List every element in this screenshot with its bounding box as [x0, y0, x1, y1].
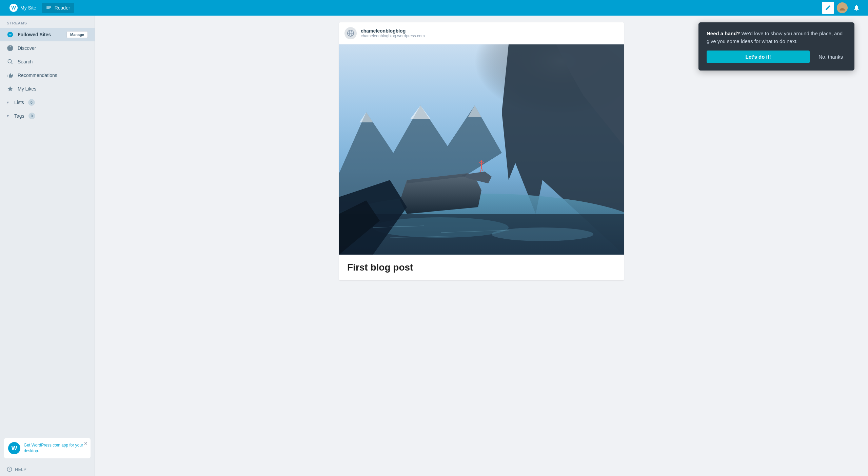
- bell-icon: [853, 4, 860, 11]
- post-image-svg: [339, 44, 624, 255]
- my-likes-label: My Likes: [18, 86, 36, 92]
- post-site-name[interactable]: chameleonblogblog: [361, 28, 425, 34]
- check-circle-icon: [7, 32, 13, 38]
- lists-label: Lists: [14, 100, 24, 105]
- post-body: First blog post: [339, 255, 624, 280]
- manage-button[interactable]: Manage: [66, 31, 88, 38]
- reader-label: Reader: [55, 5, 70, 11]
- reader-icon: [46, 5, 52, 11]
- my-site-label: My Site: [20, 5, 36, 11]
- sidebar-bottom: W Get WordPress.com app for your desktop…: [0, 434, 95, 462]
- sidebar: Streams Followed Sites Manage Discover: [0, 16, 95, 476]
- recommendations-label: Recommendations: [18, 73, 57, 78]
- my-likes-icon: [7, 85, 14, 92]
- svg-point-21: [492, 227, 593, 241]
- help-icon: ?: [7, 467, 12, 472]
- post-card: chameleonblogblog chameleonblogblog.word…: [339, 22, 624, 280]
- post-site-info: chameleonblogblog chameleonblogblog.word…: [361, 28, 425, 38]
- svg-line-4: [11, 63, 13, 64]
- tags-chevron-icon: ▾: [7, 114, 9, 118]
- main-layout: Streams Followed Sites Manage Discover: [0, 16, 868, 476]
- tags-count-badge: 0: [28, 113, 35, 119]
- lets-do-it-button[interactable]: Let's do it!: [707, 51, 810, 63]
- sidebar-item-discover[interactable]: Discover: [0, 41, 95, 55]
- app-banner-text: Get WordPress.com app for your desktop.: [24, 442, 86, 454]
- tags-label: Tags: [14, 113, 24, 119]
- sidebar-item-followed-sites[interactable]: Followed Sites Manage: [0, 28, 95, 41]
- search-icon: [7, 58, 14, 65]
- banner-close-button[interactable]: ✕: [84, 441, 88, 446]
- globe-icon: [347, 29, 354, 37]
- sidebar-item-tags[interactable]: ▾ Tags 0: [0, 109, 95, 123]
- followed-sites-icon: [7, 31, 14, 38]
- nav-left-group: W My Site Reader: [5, 2, 74, 14]
- thumbs-up-icon: [7, 72, 13, 78]
- svg-text:?: ?: [9, 468, 11, 471]
- write-button[interactable]: [822, 2, 834, 14]
- discover-label: Discover: [18, 45, 36, 51]
- notifications-button[interactable]: [850, 2, 863, 14]
- streams-section-label: Streams: [0, 16, 95, 28]
- post-site-icon: [344, 27, 357, 39]
- onboarding-tooltip: Need a hand? We'd love to show you aroun…: [698, 22, 854, 71]
- svg-point-3: [8, 59, 12, 63]
- tooltip-text: Need a hand? We'd love to show you aroun…: [707, 30, 846, 45]
- wordpress-logo: W: [9, 4, 18, 12]
- write-icon: [825, 5, 831, 11]
- reader-nav-item[interactable]: Reader: [42, 3, 74, 13]
- sidebar-item-my-likes[interactable]: My Likes: [0, 82, 95, 96]
- avatar-icon: [838, 4, 846, 12]
- no-thanks-button[interactable]: No, thanks: [815, 51, 846, 63]
- lists-count-badge: 0: [28, 99, 35, 106]
- post-title: First blog post: [347, 261, 616, 274]
- discover-icon: [7, 45, 14, 52]
- sidebar-item-search[interactable]: Search: [0, 55, 95, 68]
- help-label: HELP: [15, 467, 26, 472]
- sidebar-item-lists[interactable]: ▾ Lists 0: [0, 96, 95, 109]
- star-icon: [7, 86, 13, 92]
- tooltip-actions: Let's do it! No, thanks: [707, 51, 846, 63]
- top-navigation: W My Site Reader: [0, 0, 868, 16]
- wordpress-circle-icon: [7, 45, 13, 51]
- post-header: chameleonblogblog chameleonblogblog.word…: [339, 22, 624, 44]
- followed-sites-label: Followed Sites: [18, 32, 51, 37]
- svg-point-0: [841, 5, 844, 8]
- user-avatar[interactable]: [837, 2, 848, 13]
- app-download-banner: W Get WordPress.com app for your desktop…: [4, 438, 91, 458]
- my-site-nav-item[interactable]: W My Site: [5, 2, 40, 14]
- wp-logo-small: W: [8, 442, 20, 454]
- recommendations-icon: [7, 72, 14, 79]
- search-label: Search: [18, 59, 33, 64]
- help-link[interactable]: ? HELP: [0, 462, 95, 476]
- post-featured-image: [339, 44, 624, 255]
- magnifier-icon: [7, 59, 13, 65]
- svg-point-1: [7, 32, 13, 38]
- lists-chevron-icon: ▾: [7, 100, 9, 105]
- tooltip-title: Need a hand?: [707, 31, 740, 36]
- svg-point-25: [480, 160, 482, 162]
- sidebar-item-recommendations[interactable]: Recommendations: [0, 68, 95, 82]
- post-site-url: chameleonblogblog.wordpress.com: [361, 34, 425, 38]
- nav-right-group: [822, 2, 863, 14]
- main-content-area: Need a hand? We'd love to show you aroun…: [95, 16, 868, 476]
